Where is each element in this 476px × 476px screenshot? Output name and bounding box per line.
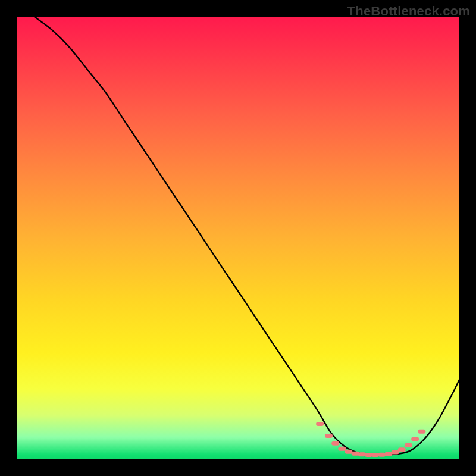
highlight-marker <box>352 452 359 456</box>
highlight-marker <box>325 434 333 438</box>
plot-area <box>17 17 459 459</box>
highlight-marker <box>338 447 346 451</box>
highlight-marker <box>378 453 386 457</box>
highlight-marker <box>384 452 392 456</box>
highlight-marker <box>398 447 406 452</box>
highlight-marker <box>345 450 353 454</box>
highlight-marker <box>331 441 339 446</box>
highlight-marker <box>392 450 399 455</box>
highlight-marker <box>418 430 425 434</box>
chart-frame: TheBottleneck.com <box>0 0 476 476</box>
bottleneck-curve <box>17 4 459 455</box>
watermark-text: TheBottleneck.com <box>347 4 470 19</box>
highlight-marker <box>411 437 419 441</box>
highlight-marker <box>365 453 372 457</box>
highlight-marker <box>358 452 366 456</box>
curve-layer <box>17 17 459 459</box>
highlight-marker <box>405 443 412 447</box>
highlight-marker <box>316 422 324 426</box>
highlight-marker <box>371 453 379 457</box>
